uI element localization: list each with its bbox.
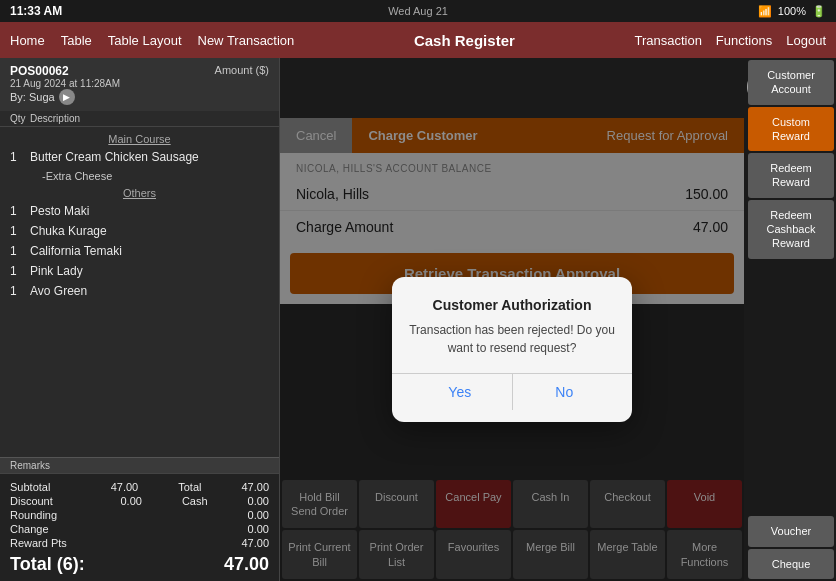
action-area: Cancel Charge Customer Request for Appro… bbox=[280, 118, 744, 581]
list-item: 1 Pink Lady bbox=[0, 261, 279, 281]
change-label: Change bbox=[10, 523, 49, 535]
custom-reward-button[interactable]: Custom Reward bbox=[748, 107, 834, 152]
right-sidebar: Customer Account Custom Reward Redeem Re… bbox=[746, 58, 836, 581]
order-number: POS00062 bbox=[10, 64, 120, 78]
nav-transaction[interactable]: Transaction bbox=[634, 33, 701, 48]
rounding-value: 0.00 bbox=[248, 509, 269, 521]
discount-row: Discount 0.00 Cash 0.00 bbox=[10, 494, 269, 508]
rounding-row: Rounding 0.00 bbox=[10, 508, 269, 522]
list-item: 1 Avo Green bbox=[0, 281, 279, 301]
nav-title: Cash Register bbox=[294, 32, 634, 49]
grand-total-label: Total (6): bbox=[10, 554, 85, 575]
list-item: 1 Pesto Maki bbox=[0, 201, 279, 221]
nav-left: Home Table Table Layout New Transaction bbox=[10, 33, 294, 48]
nav-new-transaction[interactable]: New Transaction bbox=[198, 33, 295, 48]
grand-total-value: 47.00 bbox=[224, 554, 269, 575]
left-panel: POS00062 21 Aug 2024 at 11:28AM By: Suga… bbox=[0, 58, 280, 581]
dialog-buttons: Yes No bbox=[408, 374, 616, 410]
staff-row: By: Suga ▶ bbox=[10, 89, 120, 105]
battery-level: 100% bbox=[778, 5, 806, 17]
col-desc: Description bbox=[30, 113, 80, 124]
subtotal-label: Subtotal bbox=[10, 481, 50, 493]
reward-pts-value: 47.00 bbox=[241, 537, 269, 549]
list-item: -Extra Cheese bbox=[0, 167, 279, 185]
nav-functions[interactable]: Functions bbox=[716, 33, 772, 48]
dialog-title: Customer Authorization bbox=[408, 297, 616, 313]
battery-icon: 🔋 bbox=[812, 5, 826, 18]
status-bar: 11:33 AM Wed Aug 21 📶 100% 🔋 bbox=[0, 0, 836, 22]
status-time: 11:33 AM bbox=[10, 4, 62, 18]
redeem-reward-button[interactable]: Redeem Reward bbox=[748, 153, 834, 198]
cash-value: 0.00 bbox=[248, 495, 269, 507]
dialog-message: Transaction has been rejected! Do you wa… bbox=[408, 321, 616, 357]
cheque-button[interactable]: Cheque bbox=[748, 549, 834, 579]
col-qty: Qty bbox=[10, 113, 30, 124]
status-indicators: 📶 100% 🔋 bbox=[758, 5, 826, 18]
list-item: 1 Chuka Kurage bbox=[0, 221, 279, 241]
dialog-no-button[interactable]: No bbox=[513, 374, 617, 410]
total-right-label: Total bbox=[178, 481, 201, 493]
redeem-cashback-button[interactable]: Redeem Cashback Reward bbox=[748, 200, 834, 259]
reward-pts-label: Reward Pts bbox=[10, 537, 67, 549]
total-right-value: 47.00 bbox=[241, 481, 269, 493]
right-panel: 0.00 Customer Account Custom Reward Rede… bbox=[280, 58, 836, 581]
amount-header: Amount ($) bbox=[215, 64, 269, 76]
remarks-label: Remarks bbox=[0, 457, 279, 473]
section-others: Others bbox=[0, 185, 279, 201]
main-layout: POS00062 21 Aug 2024 at 11:28AM By: Suga… bbox=[0, 58, 836, 581]
customer-account-button[interactable]: Customer Account bbox=[748, 60, 834, 105]
order-totals: Subtotal 47.00 Total 47.00 Discount 0.00… bbox=[0, 473, 279, 581]
cash-label: Cash bbox=[182, 495, 208, 507]
order-items: Main Course 1 Butter Cream Chicken Sausa… bbox=[0, 127, 279, 457]
nav-home[interactable]: Home bbox=[10, 33, 45, 48]
change-value: 0.00 bbox=[248, 523, 269, 535]
nav-table[interactable]: Table bbox=[61, 33, 92, 48]
nav-logout[interactable]: Logout bbox=[786, 33, 826, 48]
list-item: 1 California Temaki bbox=[0, 241, 279, 261]
nav-right: Transaction Functions Logout bbox=[634, 33, 826, 48]
dialog-box: Customer Authorization Transaction has b… bbox=[392, 277, 632, 422]
voucher-button[interactable]: Voucher bbox=[748, 516, 834, 546]
wifi-icon: 📶 bbox=[758, 5, 772, 18]
change-row: Change 0.00 bbox=[10, 522, 269, 536]
rounding-label: Rounding bbox=[10, 509, 57, 521]
staff-name: By: Suga bbox=[10, 91, 55, 103]
order-date: 21 Aug 2024 at 11:28AM bbox=[10, 78, 120, 89]
nav-table-layout[interactable]: Table Layout bbox=[108, 33, 182, 48]
staff-avatar: ▶ bbox=[59, 89, 75, 105]
grand-total: Total (6): 47.00 bbox=[10, 550, 269, 575]
section-main-course: Main Course bbox=[0, 131, 279, 147]
status-date: Wed Aug 21 bbox=[388, 5, 448, 17]
list-item: 1 Butter Cream Chicken Sausage bbox=[0, 147, 279, 167]
col-headers: Qty Description bbox=[0, 111, 279, 127]
discount-label: Discount bbox=[10, 495, 53, 507]
dialog-yes-button[interactable]: Yes bbox=[408, 374, 512, 410]
reward-pts-row: Reward Pts 47.00 bbox=[10, 536, 269, 550]
subtotal-value: 47.00 bbox=[111, 481, 139, 493]
dialog-overlay: Customer Authorization Transaction has b… bbox=[280, 118, 744, 581]
discount-value: 0.00 bbox=[120, 495, 141, 507]
order-header: POS00062 21 Aug 2024 at 11:28AM By: Suga… bbox=[0, 58, 279, 111]
nav-bar: Home Table Table Layout New Transaction … bbox=[0, 22, 836, 58]
subtotal-row: Subtotal 47.00 Total 47.00 bbox=[10, 480, 269, 494]
